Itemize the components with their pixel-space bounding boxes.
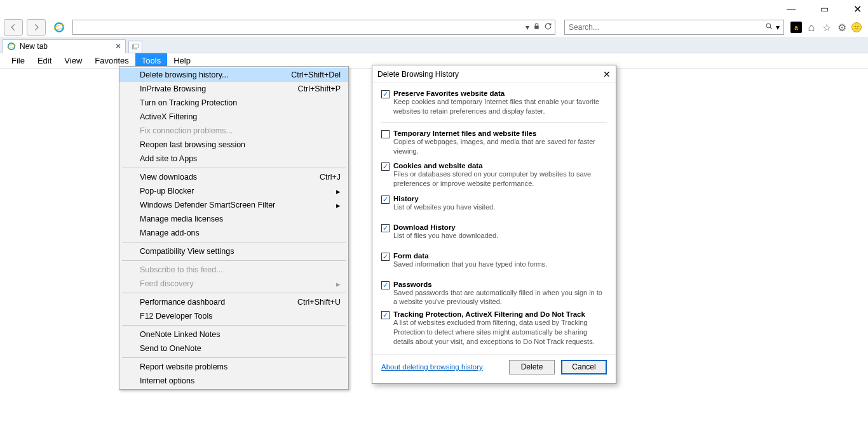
tools-item[interactable]: View downloadsCtrl+J [119, 170, 348, 184]
spacer [381, 275, 607, 281]
settings-gear-icon[interactable]: ⚙ [836, 22, 848, 33]
dialog-option: PasswordsSaved passwords that are automa… [381, 281, 607, 307]
svg-point-2 [766, 23, 771, 28]
tools-item[interactable]: Pop-up Blocker▸ [119, 184, 348, 198]
tools-item[interactable]: Manage add-ons [119, 226, 348, 240]
menu-item-label: Manage media licenses [140, 215, 223, 223]
dialog-option: Preserve Favorites website dataKeep cook… [381, 89, 607, 116]
search-box[interactable]: ▾ [564, 20, 784, 35]
back-button[interactable] [4, 19, 23, 36]
submenu-arrow-icon: ▸ [336, 187, 341, 196]
checkbox[interactable] [381, 162, 390, 171]
tools-item[interactable]: Performance dashboardCtrl+Shift+U [119, 295, 348, 309]
option-text: Temporary Internet files and website fil… [393, 129, 607, 156]
svg-point-5 [8, 43, 15, 50]
option-title: Preserve Favorites website data [393, 89, 607, 97]
checkbox[interactable] [381, 130, 390, 138]
option-desc: Copies of webpages, images, and media th… [393, 137, 607, 156]
menu-file[interactable]: File [5, 53, 31, 68]
checkbox[interactable] [381, 253, 390, 261]
dialog-close-icon[interactable]: ✕ [603, 69, 611, 79]
menu-item-label: Fix connection problems... [140, 126, 233, 135]
address-bar[interactable]: ▾ [72, 20, 555, 35]
menu-item-label: Performance dashboard [140, 298, 225, 307]
search-icon[interactable] [765, 22, 773, 32]
menu-item-label: Turn on Tracking Protection [140, 98, 237, 107]
menu-item-label: Send to OneNote [140, 344, 201, 353]
checkbox[interactable] [381, 281, 390, 289]
option-desc: List of files you have downloaded. [393, 231, 607, 241]
option-text: Form dataSaved information that you have… [393, 252, 607, 269]
window-close-button[interactable]: ✕ [849, 3, 865, 15]
cancel-button[interactable]: Cancel [561, 360, 607, 374]
dialog-option: Form dataSaved information that you have… [381, 252, 607, 269]
home-icon[interactable]: ⌂ [806, 22, 817, 33]
menu-item-label: ActiveX Filtering [140, 112, 197, 121]
checkbox[interactable] [381, 195, 390, 204]
option-desc: Saved information that you have typed in… [393, 260, 607, 269]
favorites-star-icon[interactable]: ☆ [821, 22, 832, 33]
menu-item-label: F12 Developer Tools [140, 312, 212, 321]
lock-icon [533, 23, 540, 32]
submenu-arrow-icon: ▸ [336, 279, 341, 289]
menu-separator [122, 325, 346, 326]
menu-item-label: Windows Defender SmartScreen Filter [140, 201, 275, 209]
nav-bar: ▾ ▾ a ⌂ ☆ ⚙ [0, 18, 868, 37]
checkbox[interactable] [381, 311, 390, 319]
tools-dropdown: Delete browsing history...Ctrl+Shift+Del… [119, 66, 349, 390]
tools-item[interactable]: Send to OneNote [119, 341, 348, 355]
minimize-button[interactable]: — [783, 3, 799, 15]
menu-item-label: Pop-up Blocker [140, 187, 194, 195]
tools-item[interactable]: Windows Defender SmartScreen Filter▸ [119, 198, 348, 212]
dialog-option: HistoryList of websites you have visited… [381, 195, 607, 212]
option-text: Preserve Favorites website dataKeep cook… [393, 89, 607, 116]
tab-favicon-icon [7, 42, 16, 51]
tools-item[interactable]: Report website problems [119, 360, 348, 374]
checkbox[interactable] [381, 224, 390, 232]
new-tab-button[interactable] [128, 41, 142, 53]
tools-item[interactable]: Manage media licenses [119, 212, 348, 226]
divider [381, 123, 607, 123]
tools-item[interactable]: InPrivate BrowsingCtrl+Shift+P [119, 82, 348, 96]
smiley-icon[interactable] [851, 22, 862, 32]
menu-item-label: Manage add-ons [140, 229, 200, 237]
option-title: History [393, 195, 607, 202]
maximize-button[interactable]: ▭ [816, 3, 832, 15]
address-dropdown-icon[interactable]: ▾ [526, 23, 529, 32]
option-desc: Keep cookies and temporary Internet file… [393, 97, 607, 116]
option-text: PasswordsSaved passwords that are automa… [393, 281, 607, 307]
refresh-icon[interactable] [544, 22, 552, 32]
tools-item: Feed discovery▸ [119, 277, 348, 291]
command-bar: a ⌂ ☆ ⚙ [788, 22, 864, 33]
menu-item-label: Internet options [140, 376, 194, 385]
tools-item[interactable]: Reopen last browsing session [119, 138, 348, 152]
browser-tab[interactable]: New tab ✕ [3, 39, 126, 53]
menu-view[interactable]: View [58, 53, 88, 68]
option-desc: A list of websites excluded from filteri… [393, 318, 607, 347]
checkbox[interactable] [381, 90, 390, 98]
menu-separator [122, 242, 346, 242]
dialog-titlebar: Delete Browsing History ✕ [372, 65, 616, 83]
tools-item[interactable]: Delete browsing history...Ctrl+Shift+Del [119, 68, 348, 82]
menu-item-label: Delete browsing history... [140, 70, 228, 79]
tab-close-icon[interactable]: ✕ [115, 42, 121, 51]
option-title: Form data [393, 252, 607, 260]
forward-button[interactable] [27, 19, 46, 36]
tools-item[interactable]: Add site to Apps [119, 152, 348, 166]
amazon-icon[interactable]: a [790, 22, 802, 33]
tab-strip: New tab ✕ [0, 37, 868, 53]
tools-item[interactable]: Turn on Tracking Protection [119, 96, 348, 110]
option-title: Tracking Protection, ActiveX Filtering a… [393, 310, 607, 318]
tools-item[interactable]: F12 Developer Tools [119, 309, 348, 323]
delete-button[interactable]: Delete [509, 360, 555, 374]
search-input[interactable] [569, 23, 765, 32]
tools-item[interactable]: Internet options [119, 374, 348, 388]
tools-item[interactable]: OneNote Linked Notes [119, 328, 348, 341]
tools-item[interactable]: Compatibility View settings [119, 244, 348, 258]
about-link[interactable]: About deleting browsing history [381, 363, 483, 371]
option-desc: Saved passwords that are automatically f… [393, 288, 607, 307]
menu-edit[interactable]: Edit [31, 53, 58, 68]
menu-separator [122, 260, 346, 261]
search-dropdown-icon[interactable]: ▾ [776, 23, 780, 32]
tools-item[interactable]: ActiveX Filtering [119, 110, 348, 124]
